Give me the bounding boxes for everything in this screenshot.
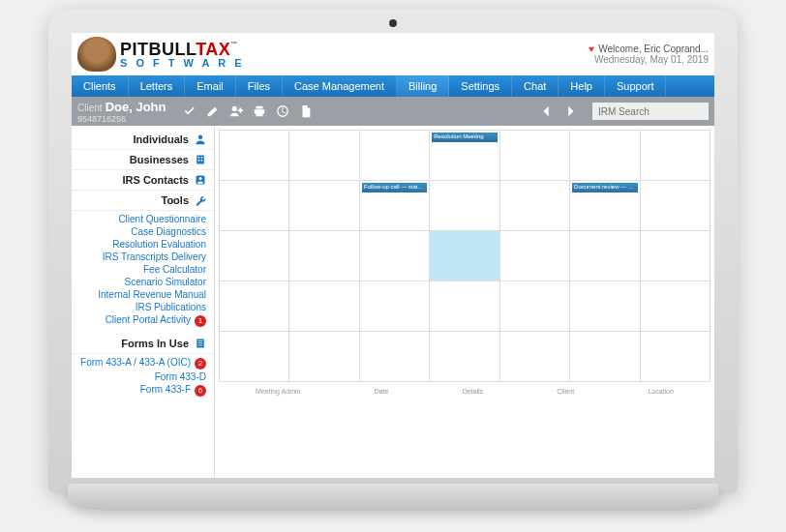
tools-links: Client QuestionnaireCase DiagnosticsReso… xyxy=(72,211,214,334)
nav-billing[interactable]: Billing xyxy=(397,75,449,97)
sidebar-tools[interactable]: Tools xyxy=(72,191,214,211)
app-screen: PITBULLTAX™ S O F T W A R E ♥Welcome, Er… xyxy=(72,33,714,478)
sidebar-individuals[interactable]: Individuals xyxy=(72,130,214,150)
form-link[interactable]: Form 433-F6 xyxy=(72,383,214,398)
main: Individuals Businesses IRS Contacts Tool… xyxy=(72,126,714,478)
tools-link[interactable]: Fee Calculator xyxy=(72,263,214,276)
nav-settings[interactable]: Settings xyxy=(449,75,512,97)
welcome-text: Welcome, Eric Coprand... xyxy=(598,44,709,54)
tools-link[interactable]: IRS Transcripts Delivery xyxy=(72,251,214,263)
client-id: 9548716256 xyxy=(77,114,166,124)
brand-sub: S O F T W A R E xyxy=(120,58,245,69)
nav-letters[interactable]: Letters xyxy=(129,75,186,97)
laptop-frame: PITBULLTAX™ S O F T W A R E ♥Welcome, Er… xyxy=(48,10,738,493)
tools-link[interactable]: Scenario Simulator xyxy=(72,276,214,288)
form-link[interactable]: Form 433-D xyxy=(72,370,214,383)
sidebar-individuals-label: Individuals xyxy=(134,133,189,145)
tools-link[interactable]: Client Portal Activity1 xyxy=(72,313,214,328)
header: PITBULLTAX™ S O F T W A R E ♥Welcome, Er… xyxy=(72,33,714,75)
tools-link[interactable]: Internal Revenue Manual xyxy=(72,288,214,301)
nav-help[interactable]: Help xyxy=(559,75,605,97)
footer-label: Date xyxy=(375,388,389,395)
footer-label: Location xyxy=(648,388,673,395)
tools-link[interactable]: Case Diagnostics xyxy=(72,225,214,238)
nav-files[interactable]: Files xyxy=(236,75,283,97)
nav-clients[interactable]: Clients xyxy=(72,75,129,97)
calendar-footer: Meeting AdminDateDetailsClientLocation xyxy=(219,382,710,400)
nav-chat[interactable]: Chat xyxy=(512,75,559,97)
camera-dot xyxy=(389,19,397,27)
person-icon xyxy=(195,133,206,145)
tools-link[interactable]: Resolution Evaluation xyxy=(72,238,214,251)
logo-text: PITBULLTAX™ S O F T W A R E xyxy=(120,41,245,69)
check-icon[interactable] xyxy=(183,104,196,118)
form-link[interactable]: Form 433-A / 433-A (OIC)2 xyxy=(72,356,214,370)
client-name: Doe, John xyxy=(106,100,166,114)
logo: PITBULLTAX™ S O F T W A R E xyxy=(77,37,245,72)
client-label: Client xyxy=(77,103,103,113)
main-nav: Clients Letters Email Files Case Managem… xyxy=(72,75,714,97)
building-icon xyxy=(195,154,206,165)
next-icon[interactable] xyxy=(563,104,577,118)
badge: 6 xyxy=(195,385,206,397)
svg-rect-11 xyxy=(198,340,203,341)
brand-pitbull: PITBULL xyxy=(120,40,196,59)
badge: 1 xyxy=(195,315,206,327)
heart-icon: ♥ xyxy=(589,44,594,54)
nav-casemgmt[interactable]: Case Management xyxy=(283,75,397,97)
prev-icon[interactable] xyxy=(540,104,554,118)
calendar-event[interactable]: Resolution Meeting xyxy=(432,133,497,142)
pencil-icon[interactable] xyxy=(206,104,220,118)
sidebar-formsinuse[interactable]: Forms In Use xyxy=(72,334,214,354)
badge: 2 xyxy=(195,358,206,369)
welcome-block: ♥Welcome, Eric Coprand... Wednesday, May… xyxy=(589,44,709,65)
brand-tax: TAX xyxy=(196,40,230,59)
svg-rect-7 xyxy=(201,160,203,162)
sidebar-tools-label: Tools xyxy=(161,194,189,206)
calendar-event[interactable]: Document review — send update xyxy=(572,183,637,192)
svg-rect-13 xyxy=(198,345,203,346)
laptop-base xyxy=(68,484,718,511)
forms-icon xyxy=(195,338,206,349)
irm-search-input[interactable] xyxy=(592,103,709,120)
svg-rect-3 xyxy=(196,156,204,164)
footer-label: Meeting Admin xyxy=(256,388,300,395)
client-bar: Client Doe, John 9548716256 xyxy=(72,97,714,126)
logo-icon xyxy=(77,37,116,72)
sidebar: Individuals Businesses IRS Contacts Tool… xyxy=(72,126,215,478)
add-user-icon[interactable] xyxy=(229,104,243,118)
tools-link[interactable]: Client Questionnaire xyxy=(72,213,214,225)
print-icon[interactable] xyxy=(253,104,266,118)
sidebar-irscontacts[interactable]: IRS Contacts xyxy=(72,170,214,191)
sidebar-irscontacts-label: IRS Contacts xyxy=(123,174,189,186)
sidebar-businesses-label: Businesses xyxy=(130,154,189,165)
svg-rect-4 xyxy=(198,157,200,159)
welcome-date: Wednesday, May 01, 2019 xyxy=(589,54,709,65)
doc-icon[interactable] xyxy=(299,104,313,118)
forms-links: Form 433-A / 433-A (OIC)2Form 433-DForm … xyxy=(72,354,214,403)
svg-rect-5 xyxy=(201,157,203,159)
client-toolbar xyxy=(183,104,313,118)
footer-label: Details xyxy=(463,388,483,395)
sidebar-businesses[interactable]: Businesses xyxy=(72,150,214,170)
brand-tm: ™ xyxy=(230,41,238,47)
nav-support[interactable]: Support xyxy=(605,75,667,97)
footer-label: Client xyxy=(557,388,574,395)
nav-email[interactable]: Email xyxy=(185,75,236,97)
sidebar-formsinuse-label: Forms In Use xyxy=(121,338,189,349)
clock-icon[interactable] xyxy=(276,104,289,118)
svg-point-9 xyxy=(199,177,202,180)
calendar-grid[interactable]: Resolution Meeting Follow-up call — stat… xyxy=(219,130,710,382)
svg-point-2 xyxy=(198,135,203,140)
wrench-icon xyxy=(195,194,206,206)
tools-link[interactable]: IRS Publications xyxy=(72,301,214,313)
contact-icon xyxy=(195,174,206,186)
calendar-event[interactable]: Follow-up call — status review xyxy=(362,183,427,192)
svg-point-0 xyxy=(232,106,237,111)
svg-rect-6 xyxy=(198,160,200,162)
calendar-today[interactable] xyxy=(430,231,499,281)
content: Resolution Meeting Follow-up call — stat… xyxy=(215,126,714,478)
svg-rect-12 xyxy=(198,342,203,343)
